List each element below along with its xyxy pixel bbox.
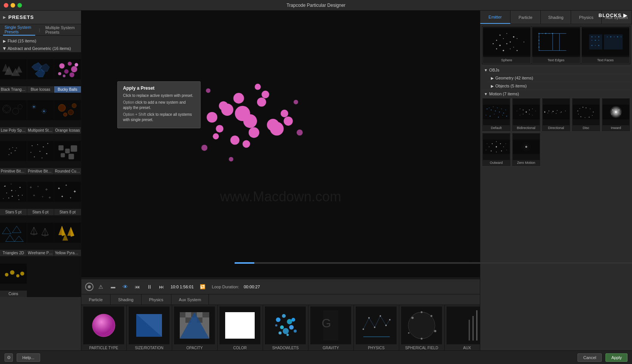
svg-point-248: [595, 40, 596, 41]
skip-back-button[interactable]: ⏮: [133, 282, 142, 291]
preset-stars-6pt[interactable]: ✧ ✧ ✧ ✧ ✧ ✧ Stars 6 pt: [27, 175, 54, 215]
svg-point-308: [579, 108, 580, 109]
objects-sub[interactable]: ▶ Objects (5 items): [488, 82, 630, 90]
play-pause-button[interactable]: ⏸: [145, 282, 154, 291]
svg-point-254: [610, 36, 611, 37]
preset-primitive-bits-dir[interactable]: Primitive Bits Directional: [0, 134, 27, 174]
emitter-preset-sphere[interactable]: Sphere: [483, 26, 531, 64]
svg-point-302: [592, 115, 593, 116]
svg-point-145: [255, 84, 261, 90]
motion-directional[interactable]: Directional: [542, 98, 571, 132]
bottom-tab-aux-system[interactable]: Aux System: [171, 294, 209, 305]
window-controls[interactable]: [4, 3, 22, 8]
preset-low-poly-spheres[interactable]: Low Poly Spheres: [0, 93, 27, 134]
emitter-preset-text-faces[interactable]: Text Faces: [581, 26, 630, 64]
tab-multiple-system[interactable]: Multiple System Presets: [44, 25, 78, 35]
tooltip-title: Apply a Preset: [123, 86, 195, 91]
monitor-button[interactable]: ▬: [109, 282, 118, 291]
svg-point-288: [544, 111, 545, 112]
geometry-sub[interactable]: ▶ Geometry (42 items): [488, 74, 630, 82]
motion-arrow-icon: ▼: [484, 92, 488, 96]
preview-button[interactable]: 👁: [121, 282, 130, 291]
svg-point-303: [588, 117, 589, 118]
svg-point-276: [526, 111, 527, 112]
right-tab-particle[interactable]: Particle: [511, 11, 541, 24]
section-motion[interactable]: ▼ Motion (7 items): [482, 90, 630, 98]
help-button[interactable]: Help...: [17, 353, 40, 362]
preset-thumb-extra1: [0, 257, 27, 291]
motion-inward[interactable]: Inward: [601, 98, 630, 132]
preset-yellow-pyramids[interactable]: Yellow Pyramids: [54, 216, 81, 256]
preset-black-triangle-slabs[interactable]: Black Triangle Slabs: [0, 52, 27, 93]
preset-thumb-low-poly: [0, 93, 27, 127]
minimize-button[interactable]: [11, 3, 15, 8]
svg-text:✧: ✧: [37, 185, 39, 188]
preset-rounded-cubes[interactable]: Rounded Cubes: [54, 134, 81, 174]
presets-arrow-icon: ▶: [3, 15, 6, 19]
svg-rect-171: [225, 312, 255, 339]
preset-extra-1[interactable]: Coins: [0, 257, 27, 297]
preset-blue-icosas[interactable]: Blue Icosas: [27, 52, 54, 93]
svg-point-249: [598, 40, 599, 41]
bottom-tab-shading[interactable]: Shading: [111, 294, 141, 305]
preset-wireframe-pyramids[interactable]: Wireframe Pyramids: [27, 216, 54, 256]
motion-outward[interactable]: Outward: [482, 132, 511, 166]
svg-point-332: [525, 146, 527, 148]
svg-point-327: [487, 143, 487, 144]
svg-point-246: [598, 36, 599, 37]
close-button[interactable]: [4, 3, 8, 8]
tab-single-system[interactable]: Single System Presets: [3, 24, 35, 36]
card-thumb-particle-type: [83, 306, 124, 344]
preset-thumb-prim-uni: [27, 134, 54, 168]
preset-thumb-blue-icosas: [27, 52, 54, 86]
blocks-button[interactable]: BLOCKS ▶: [599, 12, 628, 18]
cancel-button[interactable]: Cancel: [578, 353, 602, 362]
preset-multipoint-stars[interactable]: Multipoint Stars: [27, 93, 54, 134]
apply-button[interactable]: Apply: [606, 353, 627, 362]
svg-point-143: [270, 122, 283, 135]
bottom-tab-physics[interactable]: Physics: [142, 294, 171, 305]
card-thumb-gravity: G: [310, 306, 351, 344]
svg-point-300: [590, 109, 590, 109]
maximize-button[interactable]: [17, 3, 22, 8]
preset-stars-5pt[interactable]: ✦ ✦ ✦ ✦ Stars 5 pt: [0, 175, 27, 215]
loop-button[interactable]: 🔁: [198, 282, 207, 291]
svg-point-240: [539, 50, 539, 51]
category-abstract[interactable]: ▶ Abstract and Geometric (16 items): [0, 45, 81, 52]
svg-point-200: [434, 330, 436, 332]
svg-point-278: [520, 109, 520, 109]
motion-default[interactable]: Default: [482, 98, 511, 132]
svg-point-146: [213, 133, 219, 139]
warning-button[interactable]: ⚠: [97, 282, 106, 291]
svg-point-274: [506, 116, 507, 117]
category-fluid[interactable]: ▶ Fluid (15 items): [0, 37, 81, 45]
preset-orange-icosas[interactable]: Orange Icosas: [54, 93, 81, 134]
card-label-color: COLOR: [219, 344, 261, 351]
emitter-preset-text-edges[interactable]: Text Edges: [532, 26, 580, 64]
skip-forward-button[interactable]: ⏭: [157, 282, 166, 291]
right-tab-shading[interactable]: Shading: [541, 11, 571, 24]
preset-triangles-2d[interactable]: Triangles 2D: [0, 216, 27, 256]
section-objs[interactable]: ▼ OBJs: [482, 66, 630, 74]
svg-point-277: [523, 109, 523, 110]
preset-primitive-bits-uni[interactable]: Primitive Bits Uniform: [27, 134, 54, 174]
bottom-tab-particle[interactable]: Particle: [81, 294, 111, 305]
record-button[interactable]: [85, 283, 93, 291]
right-tab-physics[interactable]: Physics: [571, 11, 601, 24]
svg-rect-57: [27, 141, 54, 161]
preset-stars-8pt[interactable]: ✦ ✦ ✦ ✦ ✦ Stars 8 pt: [54, 175, 81, 215]
right-tab-emitter[interactable]: Emitter: [480, 11, 511, 24]
motion-inward-label: Inward: [602, 125, 629, 131]
objects-arrow-icon: ▶: [491, 84, 494, 88]
motion-zero-motion[interactable]: Zero Motion: [512, 132, 541, 166]
preset-label-0: Black Triangle Slabs: [0, 86, 27, 93]
svg-point-179: [279, 331, 282, 334]
motion-disc[interactable]: Disc: [571, 98, 601, 132]
objs-label: OBJs: [489, 68, 500, 72]
preset-label-14: Yellow Pyramids: [54, 250, 81, 256]
svg-point-255: [613, 37, 614, 37]
preset-bucky-balls[interactable]: Bucky Balls: [54, 52, 81, 93]
svg-point-237: [539, 40, 540, 41]
settings-button[interactable]: ⚙: [5, 353, 13, 362]
motion-bidirectional[interactable]: Bidirectional: [512, 98, 541, 132]
